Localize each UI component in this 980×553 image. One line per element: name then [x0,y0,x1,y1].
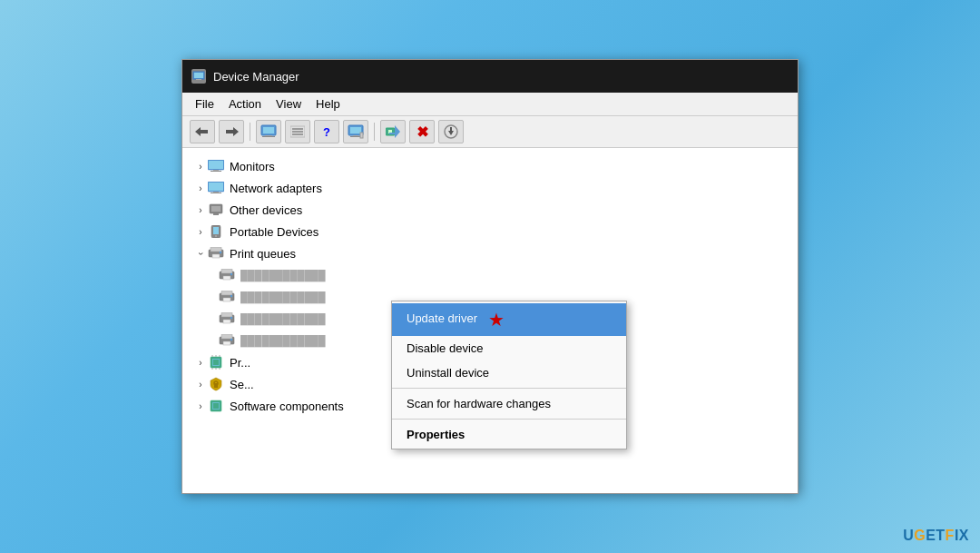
uninstall-device-label: Uninstall device [407,366,489,380]
ctx-properties[interactable]: Properties [392,422,626,447]
tree-arrow-monitors: › [193,162,208,172]
menu-action[interactable]: Action [221,94,269,114]
ugfix-fix2: F [946,528,955,543]
processors-icon [208,355,224,370]
ugfix-badge: UGETFIX [903,528,969,544]
title-bar-icon [191,69,206,84]
svg-rect-48 [223,298,230,301]
svg-rect-25 [209,161,223,169]
ctx-separator-2 [392,419,626,420]
ugfix-get: G [914,528,926,543]
svg-rect-17 [350,136,361,137]
svg-marker-4 [195,127,208,136]
ctx-update-driver[interactable]: Update driver ★ [392,303,626,336]
tree-item-other-devices[interactable]: › Other devices [182,199,798,221]
scan-button[interactable] [343,120,368,143]
printer-4-icon [219,333,235,348]
svg-rect-7 [263,127,274,133]
content-area: › Monitors › Networ [182,148,798,493]
svg-rect-31 [211,193,221,193]
svg-rect-56 [223,341,230,345]
title-bar: Device Manager [182,60,798,93]
svg-marker-23 [448,127,454,135]
toolbar-sep-2 [374,123,375,141]
svg-rect-33 [211,206,220,212]
scan-hardware-label: Scan for hardware changes [407,397,551,410]
print-queues-label: Print queues [230,247,296,261]
svg-point-41 [220,252,221,253]
printer-3-icon [219,311,235,326]
tree-item-portable[interactable]: › Portable Devices [182,221,798,242]
printer-2-icon [219,290,235,304]
portable-devices-icon [208,224,224,239]
tree-arrow-portable: › [193,227,208,237]
software-label: Software components [230,400,344,413]
toolbar-sep-1 [250,123,250,141]
context-menu: Update driver ★ Disable device Uninstall… [391,301,627,449]
ugfix-fix3: IX [955,528,969,543]
svg-point-49 [230,295,232,297]
ctx-disable-device[interactable]: Disable device [392,336,626,360]
security-icon [208,377,224,391]
print-queues-icon [208,246,224,261]
update-driver-button[interactable] [380,120,406,143]
network-label: Network adapters [230,182,322,195]
tree-arrow-other: › [193,205,208,215]
tree-item-network[interactable]: › Network adapters [182,177,798,199]
svg-rect-51 [221,312,232,317]
ugfix-u: U [903,528,914,543]
svg-rect-15 [350,127,361,133]
software-icon [208,399,224,413]
printer-1-label: ████████████ [240,270,326,281]
tree-arrow-soft: › [193,401,208,411]
device-manager-window: Device Manager File Action View Help [181,59,799,494]
svg-rect-47 [221,291,232,295]
help-button[interactable]: ? [314,120,339,143]
svg-rect-9 [262,136,275,137]
portable-label: Portable Devices [230,225,318,239]
svg-rect-55 [221,334,232,339]
back-button[interactable] [190,120,215,143]
printer-2-label: ████████████ [240,291,326,302]
processors-label: Pr... [230,356,250,370]
red-star-icon: ★ [488,309,505,331]
svg-rect-2 [194,80,203,81]
ctx-uninstall-device[interactable]: Uninstall device [392,360,626,385]
svg-rect-39 [211,247,221,252]
tree-item-monitors[interactable]: › Monitors [182,155,798,177]
ugfix-fix: ET [926,528,945,543]
security-label: Se... [230,378,254,391]
tree-item-printer-1[interactable]: ████████████ [182,264,798,286]
svg-point-53 [230,317,232,319]
svg-rect-34 [213,213,219,215]
properties-label: Properties [407,428,465,441]
tree-arrow-proc: › [193,358,208,368]
tree-arrow-network: › [193,183,208,193]
menu-help[interactable]: Help [309,94,348,114]
svg-rect-40 [212,254,220,258]
menu-bar: File Action View Help [182,93,798,116]
tree-arrow-sec: › [193,380,208,390]
other-devices-icon [208,202,224,217]
download-button[interactable] [438,120,464,143]
toolbar: ? ✖ [182,116,798,148]
svg-rect-60 [213,360,219,365]
tree-item-print-queues[interactable]: › Print queues [182,242,798,264]
svg-rect-27 [211,171,221,172]
properties-button[interactable] [256,120,281,143]
ctx-scan-hardware[interactable]: Scan for hardware changes [392,391,626,416]
remove-button[interactable]: ✖ [409,120,435,143]
monitors-label: Monitors [230,160,275,173]
svg-rect-43 [221,269,232,273]
svg-point-37 [215,235,217,237]
svg-rect-18 [360,133,363,138]
menu-view[interactable]: View [269,94,309,114]
menu-file[interactable]: File [188,94,221,114]
list-button[interactable] [285,120,310,143]
svg-point-57 [230,339,232,341]
forward-button[interactable] [219,120,244,143]
printer-4-label: ████████████ [240,335,326,346]
window-title: Device Manager [213,70,299,84]
svg-point-45 [230,273,232,275]
svg-rect-71 [213,403,219,409]
